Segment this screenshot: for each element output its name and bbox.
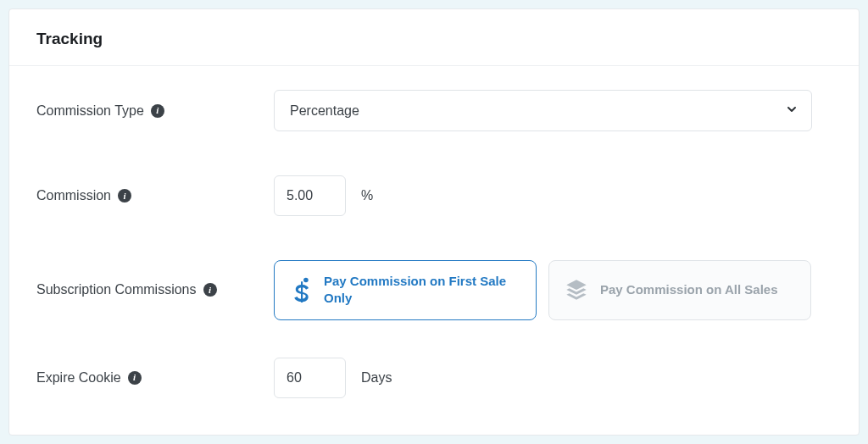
- control-expire-cookie: Days: [274, 358, 832, 398]
- info-icon[interactable]: i: [128, 371, 142, 385]
- panel-body: Commission Type i Percentage Commission …: [9, 66, 859, 419]
- label-text: Subscription Commissions: [36, 282, 197, 297]
- option-all-sales[interactable]: Pay Commission on All Sales: [548, 260, 811, 320]
- expire-cookie-unit: Days: [361, 370, 392, 386]
- dollar-icon: [290, 277, 312, 302]
- commission-type-select[interactable]: Percentage: [274, 90, 812, 131]
- label-commission: Commission i: [36, 188, 274, 203]
- svg-point-0: [303, 278, 309, 283]
- label-text: Expire Cookie: [36, 370, 121, 386]
- commission-input[interactable]: [274, 175, 346, 216]
- svg-marker-1: [566, 280, 586, 291]
- label-expire-cookie: Expire Cookie i: [36, 370, 274, 386]
- label-text: Commission: [36, 188, 111, 203]
- tracking-panel: Tracking Commission Type i Percentage: [8, 8, 860, 436]
- control-commission: %: [274, 175, 832, 216]
- info-icon[interactable]: i: [118, 189, 131, 203]
- label-commission-type: Commission Type i: [36, 103, 274, 119]
- label-subscription-commissions: Subscription Commissions i: [36, 282, 274, 297]
- row-subscription-commissions: Subscription Commissions i Pay Commissio…: [36, 260, 832, 320]
- option-first-label: Pay Commission on First Sale Only: [324, 273, 520, 308]
- expire-cookie-input[interactable]: [274, 358, 346, 398]
- row-expire-cookie: Expire Cookie i Days: [36, 358, 832, 398]
- layers-icon: [565, 278, 588, 302]
- label-text: Commission Type: [36, 103, 144, 119]
- option-first-sale-only[interactable]: Pay Commission on First Sale Only: [274, 260, 537, 320]
- row-commission: Commission i %: [36, 175, 832, 216]
- commission-unit: %: [361, 188, 373, 203]
- info-icon[interactable]: i: [203, 283, 217, 297]
- subscription-option-group: Pay Commission on First Sale Only Pay Co…: [274, 260, 832, 320]
- control-commission-type: Percentage: [274, 90, 832, 131]
- row-commission-type: Commission Type i Percentage: [36, 90, 832, 131]
- panel-header: Tracking: [9, 9, 859, 66]
- option-all-label: Pay Commission on All Sales: [600, 281, 795, 298]
- section-title: Tracking: [36, 30, 832, 48]
- control-subscription-commissions: Pay Commission on First Sale Only Pay Co…: [274, 260, 832, 320]
- select-wrap-commission-type: Percentage: [274, 90, 812, 131]
- info-icon[interactable]: i: [151, 104, 164, 118]
